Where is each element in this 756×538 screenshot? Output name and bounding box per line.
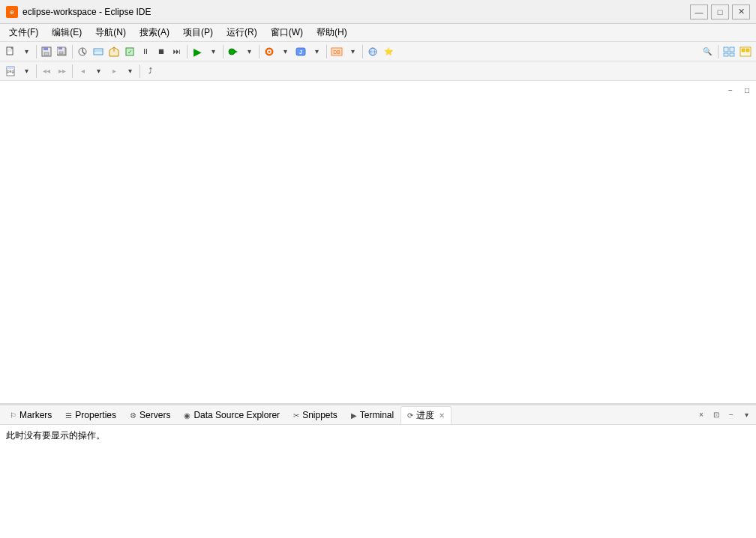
panel-minimize-btn[interactable]: × [694, 408, 708, 422]
panel-viewmenu-btn[interactable]: ▾ [740, 408, 753, 422]
tb-icon1[interactable] [75, 44, 90, 59]
tb-icon2[interactable] [91, 44, 106, 59]
tb-nav1[interactable]: pkg [3, 64, 18, 79]
snippets-icon: ✂ [293, 411, 299, 420]
menu-file[interactable]: 文件(F) [3, 25, 44, 40]
sep1 [36, 45, 37, 58]
tb-back: ◂◂ [39, 64, 54, 79]
svg-text:DB: DB [333, 49, 340, 55]
save-all-button[interactable] [55, 44, 70, 59]
tb-ext3[interactable]: DB [329, 44, 344, 59]
bottom-content: 此时没有要显示的操作。 [0, 425, 756, 538]
tools-group1: ✓ ⏸ ⏹ ⏭ [75, 44, 184, 59]
tb-icon6[interactable]: ⏹ [154, 44, 169, 59]
svg-text:pkg: pkg [7, 68, 14, 73]
save-toolbar-group [39, 44, 70, 59]
tb-run-dropdown[interactable]: ▾ [206, 44, 220, 59]
file-toolbar-group: ▾ [3, 44, 34, 59]
menu-edit[interactable]: 编辑(E) [46, 25, 88, 40]
svg-rect-35 [730, 53, 734, 56]
tb-debug-dropdown[interactable]: ▾ [242, 44, 256, 59]
tb-ext1[interactable] [262, 44, 277, 59]
tb-debug[interactable] [226, 44, 241, 59]
close-button[interactable]: ✕ [732, 4, 750, 19]
tb-nav2[interactable]: ▾ [19, 64, 34, 79]
title-bar: e eclipse-workspace - Eclipse IDE — □ ✕ [0, 0, 756, 24]
markers-icon: ⚐ [10, 411, 16, 420]
svg-rect-9 [58, 47, 62, 49]
perspective-icons: − □ [723, 82, 754, 97]
perspective-icon1[interactable] [722, 44, 736, 59]
svg-text:J: J [299, 49, 302, 55]
tb-ext2[interactable]: J [293, 44, 308, 59]
title-bar-controls: — □ ✕ [690, 4, 750, 19]
svg-rect-38 [746, 49, 749, 52]
tab-datasource[interactable]: ◉ Data Source Explorer [177, 407, 286, 423]
tab-progress[interactable]: ⟳ 进度 ✕ [400, 406, 452, 424]
tb-icon4[interactable]: ✓ [122, 44, 137, 59]
tab-progress-close[interactable]: ✕ [439, 411, 445, 420]
toolbar1: ▾ ✓ ⏸ ⏹ ⏭ ▶ ▾ ▾ [0, 42, 756, 61]
menu-project[interactable]: 项目(P) [177, 25, 219, 40]
save-button[interactable] [39, 44, 54, 59]
window-title: eclipse-workspace - Eclipse IDE [22, 7, 151, 17]
tb-prev-dropdown[interactable]: ▾ [91, 64, 106, 79]
tb-expand[interactable]: ⤴ [142, 64, 158, 79]
tab-properties[interactable]: ☰ Properties [58, 407, 123, 423]
tab-servers-label: Servers [140, 410, 170, 420]
menu-help[interactable]: 帮助(H) [310, 25, 353, 40]
tb-ext2-dropdown[interactable]: ▾ [309, 44, 324, 59]
toolbar1-right: 🔍 [700, 44, 753, 59]
tb-icon3[interactable] [106, 44, 122, 59]
new-button[interactable] [3, 44, 18, 59]
sep3 [187, 45, 188, 58]
menu-run[interactable]: 运行(R) [220, 25, 263, 40]
toolbar2: pkg ▾ ◂◂ ▸▸ ◂ ▾ ▸ ▾ ⤴ [0, 61, 756, 81]
sep5 [259, 45, 260, 58]
new-dropdown[interactable]: ▾ [19, 44, 34, 59]
menu-window[interactable]: 窗口(W) [265, 25, 309, 40]
tb-icon5[interactable]: ⏸ [138, 44, 153, 59]
svg-marker-21 [235, 50, 238, 53]
datasource-icon: ◉ [184, 411, 190, 420]
svg-rect-33 [730, 47, 734, 52]
servers-icon: ⚙ [130, 411, 136, 420]
progress-message: 此时没有要显示的操作。 [6, 430, 105, 441]
nav-toolbar-group: pkg ▾ ◂◂ ▸▸ ◂ ▾ ▸ ▾ ⤴ [3, 64, 158, 79]
tb-forward: ▸▸ [55, 64, 70, 79]
tab-terminal[interactable]: ▶ Terminal [344, 407, 400, 423]
panel-maximize-btn[interactable]: ⊡ [710, 408, 723, 422]
bottom-panel: ⚐ Markers ☰ Properties ⚙ Servers ◉ Data … [0, 403, 756, 538]
tb-ext1-dropdown[interactable]: ▾ [278, 44, 292, 59]
svg-rect-37 [742, 49, 745, 52]
tab-datasource-label: Data Source Explorer [194, 410, 280, 420]
tb-star[interactable]: ⭐ [381, 44, 396, 59]
tb-icon7[interactable]: ⏭ [170, 44, 184, 59]
tb-run[interactable]: ▶ [190, 44, 205, 59]
tab-snippets[interactable]: ✂ Snippets [286, 407, 344, 423]
tb-ext3-dropdown[interactable]: ▾ [345, 44, 360, 59]
minimize-editor-icon[interactable]: − [723, 82, 738, 97]
search-icon[interactable]: 🔍 [700, 44, 715, 59]
minimize-button[interactable]: — [690, 4, 708, 19]
tab-servers[interactable]: ⚙ Servers [123, 407, 177, 423]
properties-icon: ☰ [65, 411, 72, 420]
maximize-button[interactable]: □ [711, 4, 729, 19]
sep-right [718, 45, 718, 58]
tab-markers[interactable]: ⚐ Markers [3, 407, 58, 423]
svg-line-13 [82, 52, 85, 54]
menu-bar: 文件(F) 编辑(E) 导航(N) 搜索(A) 项目(P) 运行(R) 窗口(W… [0, 24, 756, 42]
tb-globe[interactable] [365, 44, 380, 59]
svg-rect-32 [724, 47, 728, 52]
perspective-icon2[interactable] [738, 44, 753, 59]
progress-icon: ⟳ [407, 411, 413, 420]
sep-nav3 [140, 64, 140, 78]
tb-next-dropdown[interactable]: ▾ [122, 64, 137, 79]
sep4 [223, 45, 224, 58]
svg-rect-34 [724, 53, 728, 56]
menu-search[interactable]: 搜索(A) [134, 25, 176, 40]
svg-point-20 [229, 49, 235, 55]
panel-close-btn[interactable]: − [724, 408, 738, 422]
maximize-editor-icon[interactable]: □ [740, 82, 754, 97]
menu-navigate[interactable]: 导航(N) [89, 25, 132, 40]
